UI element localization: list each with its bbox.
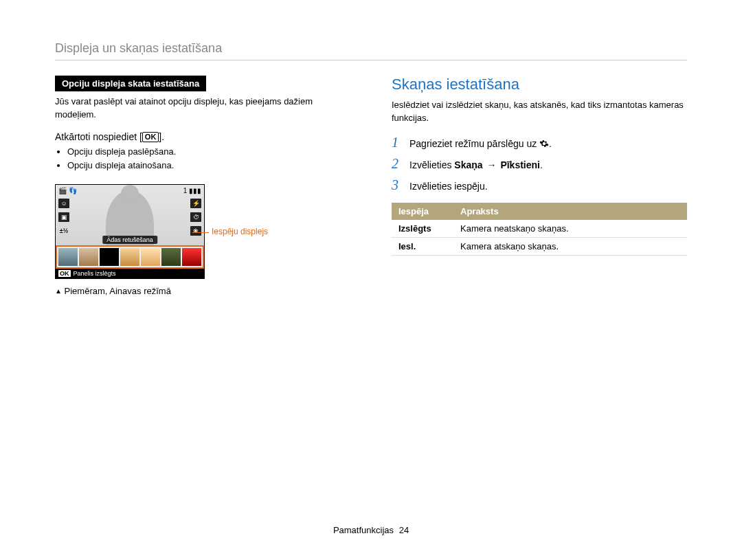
cell-option: Izslēgts [392,220,453,238]
thumb [182,248,201,266]
list-item: Opciju displeja paslēpšana. [67,145,350,159]
example-caption: ▲ Piemēram, Ainavas režīmā [55,286,350,296]
timer-icon: ⏱ [190,212,201,222]
camera-screenshot: 🎬 👣 1 ▮▮▮ ☺ ▣ ±½ ⚡ ⏱ ❀ Ādas retušēšana [55,184,205,279]
cam-top-left-icons: 🎬 👣 [58,187,77,194]
step-bold: Pīkstieni [500,159,540,170]
page-footer: Pamatfunkcijas 24 [0,525,742,535]
table-header-option: Iespēja [392,203,453,220]
callout-label: Iespēju displejs [212,227,268,236]
skin-retouch-label: Ādas retušēšana [102,236,157,244]
step-number: 2 [392,156,403,172]
page-title: Displeja un skaņas iestatīšana [55,41,687,60]
ok-key-icon: OK [142,132,159,142]
intro-paragraph: Jūs varat paslēpt vai atainot opciju dis… [55,96,350,122]
right-column: Skaņas iestatīšana Ieslēdziet vai izslēd… [392,76,687,296]
left-column: Opciju displeja skata iestatīšana Jūs va… [55,76,350,296]
step-2: 2 Izvēlieties Skaņa → Pīkstieni. [392,156,687,172]
instruction-prefix: Atkārtoti nospiediet [ [55,131,142,142]
cell-description: Kamera neatskaņo skaņas. [453,220,687,238]
thumb [120,248,139,266]
step-number: 3 [392,177,403,193]
step-bold: Skaņa [454,159,482,170]
caption-text: Piemēram, Ainavas režīmā [65,286,171,296]
step-text: Izvēlieties iespēju. [409,181,488,192]
thumb [161,248,181,266]
thumb [58,248,78,266]
ev-icon: ±½ [58,226,69,236]
cell-option: Iesl. [392,237,453,255]
cam-ok-button: OK [58,270,71,277]
subsection-heading: Opciju displeja skata iestatīšana [55,76,206,91]
battery-icon: ▮▮▮ [189,187,201,194]
step-number: 1 [392,135,403,150]
triangle-up-icon: ▲ [55,287,62,295]
table-row: Izslēgts Kamera neatskaņo skaņas. [392,220,687,238]
cell-description: Kamera atskaņo skaņas. [453,237,687,255]
arrow-right-icon: → [486,159,498,170]
bullet-list: Opciju displeja paslēpšana. Opciju displ… [55,145,350,174]
cam-panel-text: Panelis izslēgts [74,270,116,277]
face-detect-icon: ☺ [58,199,69,208]
table-row: Iesl. Kamera atskaņo skaņas. [392,237,687,255]
step-text: Izvēlieties [409,159,454,170]
metering-icon: ▣ [58,212,69,222]
press-ok-instruction: Atkārtoti nospiediet [OK]. [55,131,350,142]
macro-icon: ❀ [190,226,201,236]
flash-icon: ⚡ [190,199,201,208]
section-intro: Ieslēdziet vai izslēdziet skaņu, kas ats… [392,99,687,125]
thumb [141,248,160,266]
list-item: Opciju displeja atainošana. [67,159,350,173]
step-suffix: . [540,159,543,170]
step-text: Pagrieziet režīmu pārslēgu uz [409,138,539,149]
footer-section: Pamatfunkcijas [333,525,394,535]
cam-counter: 1 [183,187,188,194]
options-table: Iespēja Apraksts Izslēgts Kamera neatska… [392,203,687,256]
thumb [79,248,98,266]
options-strip [56,245,204,269]
step-suffix: . [549,138,552,149]
step-1: 1 Pagrieziet režīmu pārslēgu uz . [392,135,687,150]
step-3: 3 Izvēlieties iespēju. [392,177,687,193]
page-number: 24 [399,525,409,535]
thumb [100,248,119,266]
instruction-suffix: ]. [159,131,164,142]
section-heading: Skaņas iestatīšana [392,76,687,93]
table-header-description: Apraksts [453,203,687,220]
gear-icon [539,139,549,148]
